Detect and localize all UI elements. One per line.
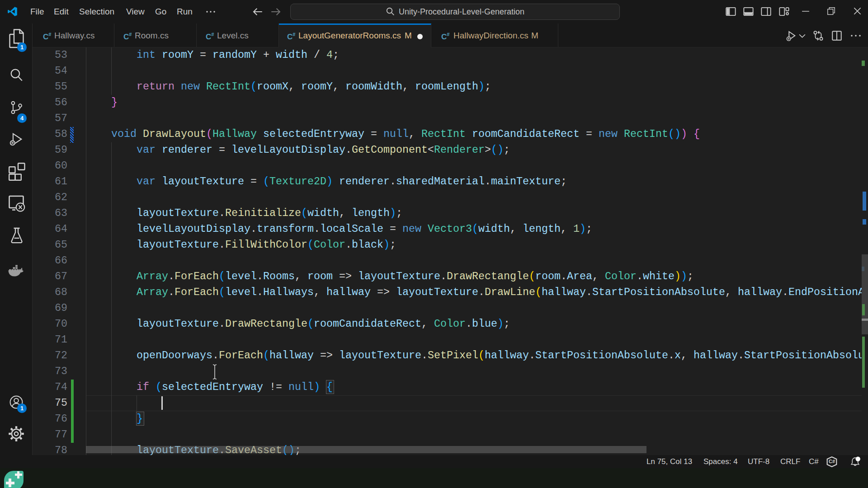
svg-text:C#: C#	[829, 459, 835, 464]
